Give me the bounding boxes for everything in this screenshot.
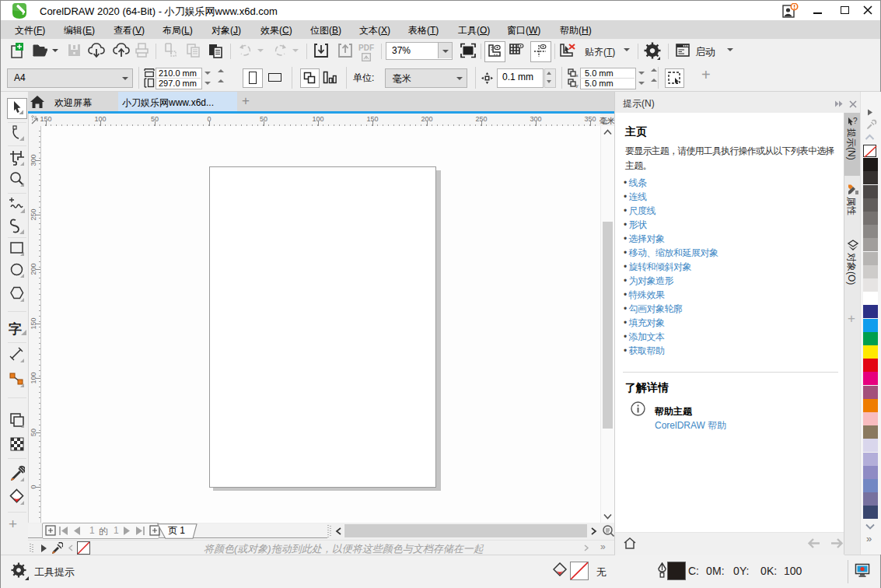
svg-text:y: y bbox=[576, 83, 579, 88]
svg-text:x: x bbox=[576, 73, 579, 78]
svg-text:?: ? bbox=[853, 117, 858, 125]
